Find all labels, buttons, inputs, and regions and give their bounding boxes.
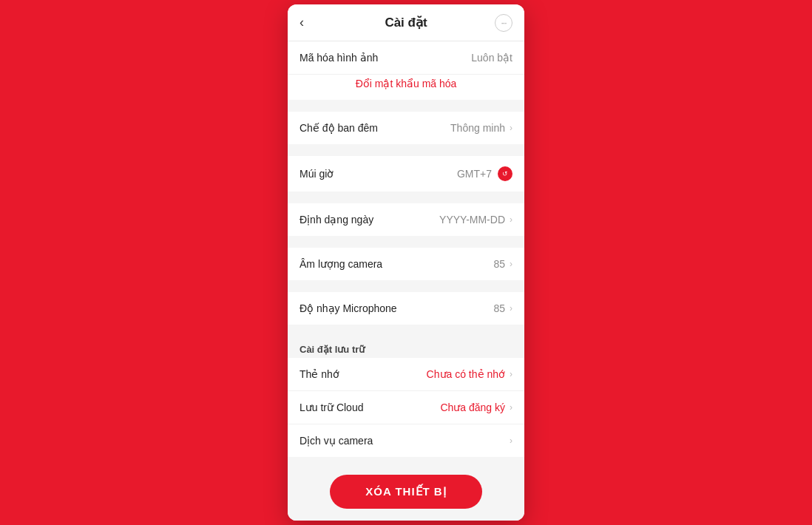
cloud-storage-row[interactable]: Lưu trữ Cloud Chưa đăng ký › bbox=[288, 391, 524, 424]
memory-card-row[interactable]: Thẻ nhớ Chưa có thẻ nhớ › bbox=[288, 358, 524, 391]
timezone-badge: ↺ bbox=[498, 166, 512, 181]
date-format-chevron: › bbox=[510, 214, 512, 225]
camera-service-chevron: › bbox=[510, 436, 512, 446]
camera-volume-row[interactable]: Âm lượng camera 85 › bbox=[288, 248, 524, 280]
cloud-storage-value-container: Chưa đăng ký › bbox=[440, 402, 512, 413]
more-options-button[interactable]: ··· bbox=[495, 14, 512, 32]
memory-card-label: Thẻ nhớ bbox=[300, 368, 339, 380]
back-button[interactable]: ‹ bbox=[300, 15, 304, 30]
camera-volume-section: Âm lượng camera 85 › bbox=[288, 248, 524, 280]
timezone-badge-icon: ↺ bbox=[502, 170, 508, 177]
dots-icon: ··· bbox=[501, 18, 506, 28]
night-mode-value: Thông minh bbox=[450, 122, 505, 134]
memory-card-chevron: › bbox=[510, 369, 512, 379]
divider-2 bbox=[288, 150, 524, 156]
timezone-section: Múi giờ GMT+7 ↺ bbox=[288, 156, 524, 192]
microphone-value: 85 bbox=[493, 302, 505, 314]
storage-section: Thẻ nhớ Chưa có thẻ nhớ › Lưu trữ Cloud … bbox=[288, 358, 524, 457]
microphone-value-container: 85 › bbox=[493, 302, 512, 314]
microphone-row[interactable]: Độ nhạy Microphone 85 › bbox=[288, 292, 524, 325]
memory-card-value: Chưa có thẻ nhớ bbox=[427, 368, 505, 380]
night-mode-row[interactable]: Chế độ ban đêm Thông minh › bbox=[288, 112, 524, 144]
divider-4 bbox=[288, 242, 524, 248]
storage-section-header: Cài đặt lưu trữ bbox=[288, 336, 524, 358]
page-title: Cài đặt bbox=[385, 15, 427, 30]
date-format-label: Định dạng ngày bbox=[300, 214, 373, 226]
cloud-storage-label: Lưu trữ Cloud bbox=[300, 402, 363, 413]
timezone-value: GMT+7 bbox=[457, 168, 492, 180]
camera-volume-chevron: › bbox=[510, 259, 512, 269]
microphone-chevron: › bbox=[510, 303, 512, 314]
date-format-row[interactable]: Định dạng ngày YYYY-MM-DD › bbox=[288, 203, 524, 236]
camera-service-row[interactable]: Dịch vụ camera › bbox=[288, 424, 524, 457]
divider-6 bbox=[288, 331, 524, 336]
night-mode-label: Chế độ ban đêm bbox=[300, 122, 378, 134]
divider-1 bbox=[288, 106, 524, 112]
camera-volume-value-container: 85 › bbox=[493, 258, 512, 270]
divider-5 bbox=[288, 286, 524, 292]
change-password-link[interactable]: Đổi mật khẩu mã hóa bbox=[288, 75, 524, 100]
encryption-row[interactable]: Mã hóa hình ảnh Luôn bật bbox=[288, 41, 524, 75]
timezone-value-container: GMT+7 ↺ bbox=[457, 166, 512, 181]
night-mode-section: Chế độ ban đêm Thông minh › bbox=[288, 112, 524, 144]
night-mode-chevron: › bbox=[510, 123, 512, 133]
divider-3 bbox=[288, 197, 524, 203]
memory-card-value-container: Chưa có thẻ nhớ › bbox=[427, 368, 512, 380]
phone-container: ‹ Cài đặt ··· Mã hóa hình ảnh Luôn bật Đ… bbox=[288, 4, 524, 521]
date-format-section: Định dạng ngày YYYY-MM-DD › bbox=[288, 203, 524, 236]
delete-device-button[interactable]: XÓA THIẾT BỊ bbox=[330, 475, 481, 509]
microphone-label: Độ nhạy Microphone bbox=[300, 302, 397, 314]
settings-content: Mã hóa hình ảnh Luôn bật Đổi mật khẩu mã… bbox=[288, 41, 524, 521]
encryption-value: Luôn bật bbox=[471, 52, 512, 64]
delete-button-container: XÓA THIẾT BỊ bbox=[288, 463, 524, 521]
encryption-section: Mã hóa hình ảnh Luôn bật Đổi mật khẩu mã… bbox=[288, 41, 524, 100]
microphone-section: Độ nhạy Microphone 85 › bbox=[288, 292, 524, 325]
cloud-storage-chevron: › bbox=[510, 402, 512, 413]
timezone-row[interactable]: Múi giờ GMT+7 ↺ bbox=[288, 156, 524, 192]
date-format-value-container: YYYY-MM-DD › bbox=[439, 214, 512, 226]
date-format-value: YYYY-MM-DD bbox=[439, 214, 505, 226]
encryption-label: Mã hóa hình ảnh bbox=[300, 52, 378, 64]
night-mode-value-container: Thông minh › bbox=[450, 122, 512, 134]
cloud-storage-value: Chưa đăng ký bbox=[440, 402, 505, 413]
timezone-label: Múi giờ bbox=[300, 168, 334, 180]
camera-volume-label: Âm lượng camera bbox=[300, 258, 382, 270]
camera-volume-value: 85 bbox=[493, 258, 505, 270]
settings-header: ‹ Cài đặt ··· bbox=[288, 4, 524, 41]
camera-service-value-container: › bbox=[508, 436, 512, 446]
camera-service-label: Dịch vụ camera bbox=[300, 435, 373, 447]
